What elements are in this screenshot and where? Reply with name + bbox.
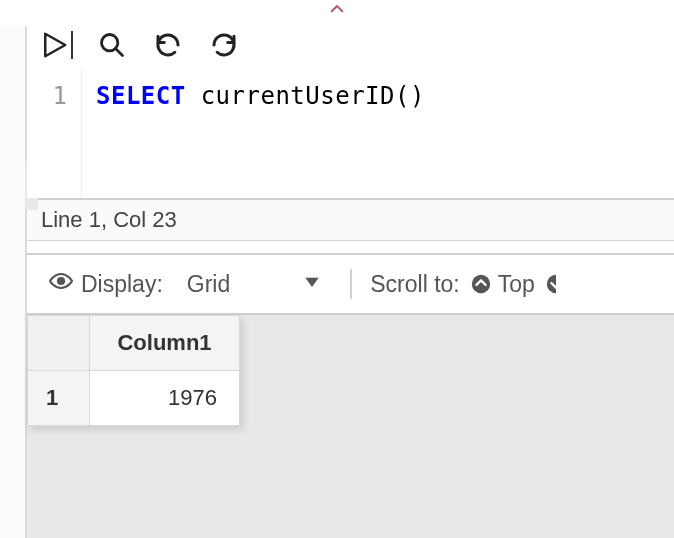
eye-icon — [49, 269, 73, 299]
code-text[interactable]: SELECT currentUserID() — [82, 70, 425, 198]
code-editor[interactable]: 1 SELECT currentUserID() — [27, 70, 674, 198]
search-icon[interactable] — [95, 28, 129, 62]
column-header[interactable]: Column1 — [90, 316, 240, 371]
scroll-to-group: Scroll to: Top — [370, 271, 567, 298]
display-mode-value: Grid — [187, 271, 230, 298]
cell-value[interactable]: 1976 — [90, 371, 240, 426]
scroll-to-label: Scroll to: — [370, 271, 459, 298]
results-toolbar: Display: Grid Scroll to: Top — [27, 255, 674, 315]
line-number-gutter: 1 — [27, 70, 82, 198]
svg-point-5 — [472, 275, 490, 293]
svg-point-3 — [58, 278, 64, 284]
toolbar-separator — [350, 269, 352, 299]
svg-marker-0 — [45, 34, 65, 57]
results-grid-area: Column1 1 1976 — [27, 315, 674, 538]
results-table: Column1 1 1976 — [27, 315, 240, 426]
undo-icon[interactable] — [151, 28, 185, 62]
line-number: 1 — [27, 82, 67, 110]
scroll-top-button[interactable]: Top — [470, 271, 535, 298]
sql-expression: currentUserID() — [186, 82, 425, 110]
svg-marker-4 — [306, 277, 319, 286]
run-button-group — [37, 28, 73, 62]
redo-icon[interactable] — [207, 28, 241, 62]
collapse-panel-button[interactable] — [0, 0, 674, 26]
main-area: 1 SELECT currentUserID() Line 1, Col 23 … — [0, 26, 674, 538]
display-label-group: Display: — [49, 269, 163, 299]
editor-toolbar — [27, 26, 674, 70]
panel-splitter[interactable] — [27, 241, 674, 255]
scroll-top-label: Top — [498, 271, 535, 298]
editor-status-bar: Line 1, Col 23 — [27, 198, 674, 241]
cursor-position: Line 1, Col 23 — [41, 207, 177, 232]
scroll-bottom-button[interactable] — [545, 273, 567, 295]
svg-line-2 — [116, 49, 123, 56]
table-header-row: Column1 — [28, 316, 240, 371]
table-corner — [28, 316, 90, 371]
sql-keyword: SELECT — [96, 82, 186, 110]
run-icon[interactable] — [37, 28, 71, 62]
row-number: 1 — [28, 371, 90, 426]
display-label: Display: — [81, 271, 163, 298]
run-divider — [71, 31, 73, 59]
chevron-down-icon — [302, 271, 322, 298]
left-panel-gutter[interactable] — [0, 26, 27, 538]
table-row[interactable]: 1 1976 — [28, 371, 240, 426]
display-mode-select[interactable]: Grid — [177, 271, 332, 298]
content-pane: 1 SELECT currentUserID() Line 1, Col 23 … — [27, 26, 674, 538]
